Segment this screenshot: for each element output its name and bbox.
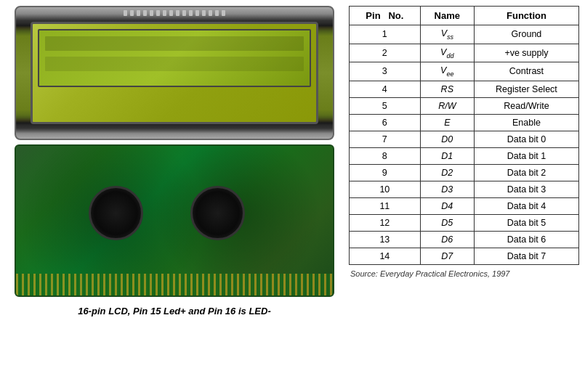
chip-right — [190, 186, 245, 240]
cell-function: Data bit 7 — [474, 248, 578, 264]
table-row: 2Vdd+ve supply — [350, 44, 579, 62]
cell-function: Data bit 5 — [474, 214, 578, 231]
cell-function: Register Select — [474, 81, 578, 97]
table-row: 5R/WRead/Write — [350, 97, 579, 114]
cell-name: D3 — [420, 181, 474, 197]
source-credit: Source: Everyday Practical Electronics, … — [349, 269, 579, 278]
table-row: 8D1Data bit 1 — [350, 147, 579, 164]
left-panel: 16-pin LCD, Pin 15 Led+ and Pin 16 is LE… — [0, 0, 349, 392]
cell-name: D1 — [420, 147, 474, 164]
pcb-pin-lines — [16, 274, 333, 295]
table-row: 4RSRegister Select — [350, 81, 579, 97]
lcd-pins — [124, 10, 225, 16]
cell-name: D4 — [420, 197, 474, 214]
table-row: 1VssGround — [350, 25, 579, 44]
table-row: 13D6Data bit 6 — [350, 231, 579, 248]
cell-pin: 11 — [350, 197, 421, 214]
cell-name: R/W — [420, 97, 474, 114]
cell-pin: 4 — [350, 81, 421, 97]
cell-function: Enable — [474, 114, 578, 131]
cell-pin: 8 — [350, 147, 421, 164]
cell-name: RS — [420, 81, 474, 97]
table-row: 12D5Data bit 5 — [350, 214, 579, 231]
cell-pin: 6 — [350, 114, 421, 131]
cell-function: Data bit 3 — [474, 181, 578, 197]
chip-left — [89, 186, 143, 240]
cell-function: Contrast — [474, 62, 578, 81]
lcd-screen — [38, 29, 311, 87]
header-pin: Pin No. — [350, 7, 421, 25]
cell-name: D0 — [420, 131, 474, 147]
table-row: 3VeeContrast — [350, 62, 579, 81]
cell-pin: 7 — [350, 131, 421, 147]
cell-pin: 2 — [350, 44, 421, 62]
lcd-top-image — [15, 6, 334, 140]
cell-pin: 10 — [350, 181, 421, 197]
cell-name: Vss — [420, 25, 474, 44]
table-row: 11D4Data bit 4 — [350, 197, 579, 214]
cell-pin: 3 — [350, 62, 421, 81]
cell-pin: 12 — [350, 214, 421, 231]
cell-function: +ve supply — [474, 44, 578, 62]
table-row: 14D7Data bit 7 — [350, 248, 579, 264]
cell-name: E — [420, 114, 474, 131]
header-function: Function — [474, 7, 578, 25]
header-name: Name — [420, 7, 474, 25]
cell-name: D7 — [420, 248, 474, 264]
cell-function: Data bit 6 — [474, 231, 578, 248]
cell-function: Data bit 1 — [474, 147, 578, 164]
cell-pin: 5 — [350, 97, 421, 114]
cell-name: D6 — [420, 231, 474, 248]
cell-name: D2 — [420, 164, 474, 181]
table-row: 9D2Data bit 2 — [350, 164, 579, 181]
cell-function: Ground — [474, 25, 578, 44]
lcd-bottom-image — [15, 144, 334, 297]
table-row: 6EEnable — [350, 114, 579, 131]
image-caption: 16-pin LCD, Pin 15 Led+ and Pin 16 is LE… — [78, 306, 270, 317]
table-row: 7D0Data bit 0 — [350, 131, 579, 147]
cell-pin: 13 — [350, 231, 421, 248]
cell-name: D5 — [420, 214, 474, 231]
table-row: 10D3Data bit 3 — [350, 181, 579, 197]
cell-pin: 1 — [350, 25, 421, 44]
cell-function: Data bit 2 — [474, 164, 578, 181]
cell-pin: 14 — [350, 248, 421, 264]
cell-function: Data bit 0 — [474, 131, 578, 147]
pin-table: Pin No. Name Function 1VssGround2Vdd+ve … — [349, 6, 579, 265]
cell-function: Read/Write — [474, 97, 578, 114]
cell-name: Vdd — [420, 44, 474, 62]
cell-pin: 9 — [350, 164, 421, 181]
cell-name: Vee — [420, 62, 474, 81]
right-panel: Pin No. Name Function 1VssGround2Vdd+ve … — [349, 0, 585, 392]
cell-function: Data bit 4 — [474, 197, 578, 214]
